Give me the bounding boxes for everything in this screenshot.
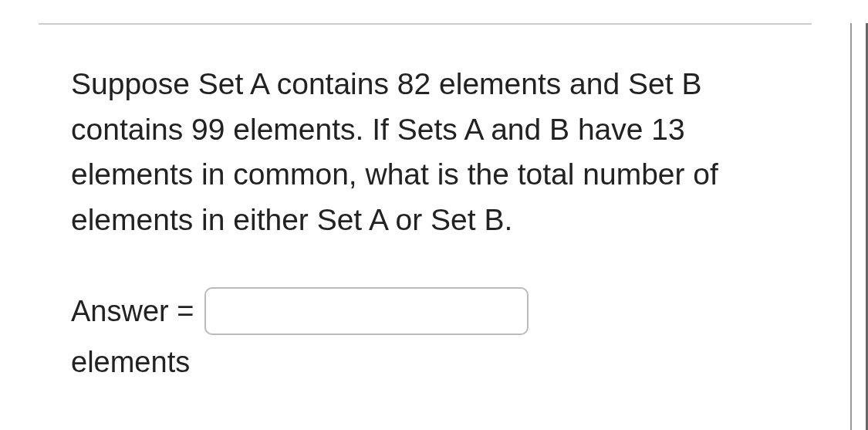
question-content: Suppose Set A contains 82 elements and S… — [0, 25, 850, 379]
answer-unit: elements — [71, 346, 779, 379]
outer-frame: Suppose Set A contains 82 elements and S… — [0, 23, 868, 430]
answer-row: Answer = — [71, 287, 779, 335]
answer-label: Answer = — [71, 295, 194, 328]
answer-input[interactable] — [204, 287, 529, 335]
question-text: Suppose Set A contains 82 elements and S… — [71, 62, 779, 242]
inner-frame: Suppose Set A contains 82 elements and S… — [0, 23, 852, 430]
